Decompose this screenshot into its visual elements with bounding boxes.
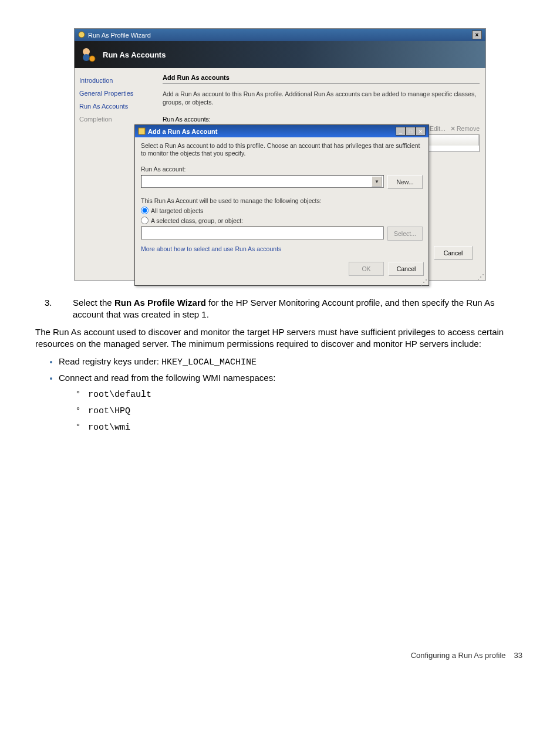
nav-general-properties[interactable]: General Properties [79, 87, 161, 100]
cancel-button[interactable]: Cancel [389, 262, 424, 276]
resize-grip[interactable]: ⋰ [135, 279, 429, 285]
add-run-as-account-dialog: Add a Run As Account _ □ × Select a Run … [134, 124, 429, 286]
chevron-down-icon: ▼ [372, 176, 382, 187]
svg-rect-2 [83, 54, 90, 61]
x-icon: ✕ [450, 125, 456, 132]
selected-object-input[interactable] [141, 227, 384, 239]
nav-run-as-accounts[interactable]: Run As Accounts [79, 100, 161, 113]
select-button: Select... [387, 227, 423, 241]
nav-introduction[interactable]: Introduction [79, 74, 161, 87]
radio-selected-class[interactable]: A selected class, group, or object: [141, 217, 423, 224]
dialog-title: Add a Run As Account [148, 128, 396, 135]
runas-account-dropdown[interactable]: ▼ [141, 175, 384, 188]
bullet-read-registry: Read registry keys under: HKEY_LOCAL_MAC… [59, 356, 525, 369]
banner-icon [78, 45, 98, 65]
accounts-label: Run As accounts: [163, 116, 480, 123]
close-icon[interactable]: × [416, 127, 426, 136]
more-about-link[interactable]: More about how to select and use Run As … [141, 245, 423, 252]
app-icon [78, 31, 86, 39]
remove-button: ✕Remove [450, 125, 480, 132]
section-title: Add Run As accounts [163, 74, 480, 81]
manage-objects-label: This Run As Account will be used to mana… [141, 197, 423, 204]
dialog-titlebar: Add a Run As Account _ □ × [135, 125, 429, 137]
bullet-wmi-namespaces: Connect and read from the following WMI … [59, 372, 525, 433]
document-body: 3.Select the Run As Profile Wizard for t… [35, 297, 525, 434]
wizard-banner: Run As Accounts [75, 41, 485, 68]
footer-text: Configuring a Run As profile [411, 651, 506, 660]
banner-text: Run As Accounts [103, 50, 166, 59]
wizard-screenshot: Run As Profile Wizard × Run As Accounts … [74, 28, 486, 281]
ns-root-wmi: root\wmi [76, 421, 525, 434]
ns-root-default: root\default [76, 388, 525, 401]
dialog-icon [138, 127, 146, 135]
new-button[interactable]: New... [387, 175, 423, 189]
dialog-description: Select a Run As account to add to this p… [141, 142, 423, 157]
divider [163, 83, 480, 84]
ns-root-hpq: root\HPQ [76, 404, 525, 417]
svg-point-3 [89, 56, 95, 62]
intro-text: Add a Run As account to this Run As prof… [163, 90, 480, 106]
wizard-titlebar: Run As Profile Wizard × [75, 29, 485, 41]
svg-rect-4 [139, 128, 145, 134]
page-number: 33 [514, 651, 522, 660]
close-icon[interactable]: × [472, 31, 482, 39]
svg-point-0 [79, 32, 85, 38]
privileges-paragraph: The Run As account used to discover and … [35, 326, 525, 350]
step-3: 3.Select the Run As Profile Wizard for t… [59, 297, 525, 320]
runas-account-label: Run As account: [141, 166, 423, 173]
cancel-button[interactable]: Cancel [434, 246, 473, 260]
wizard-title: Run As Profile Wizard [88, 32, 472, 39]
maximize-icon[interactable]: □ [406, 127, 416, 136]
ok-button: OK [349, 262, 384, 276]
nav-completion: Completion [79, 113, 161, 126]
page-footer: Configuring a Run As profile 33 [35, 651, 525, 660]
minimize-icon[interactable]: _ [396, 127, 406, 136]
radio-all-targeted[interactable]: All targeted objects [141, 207, 423, 214]
